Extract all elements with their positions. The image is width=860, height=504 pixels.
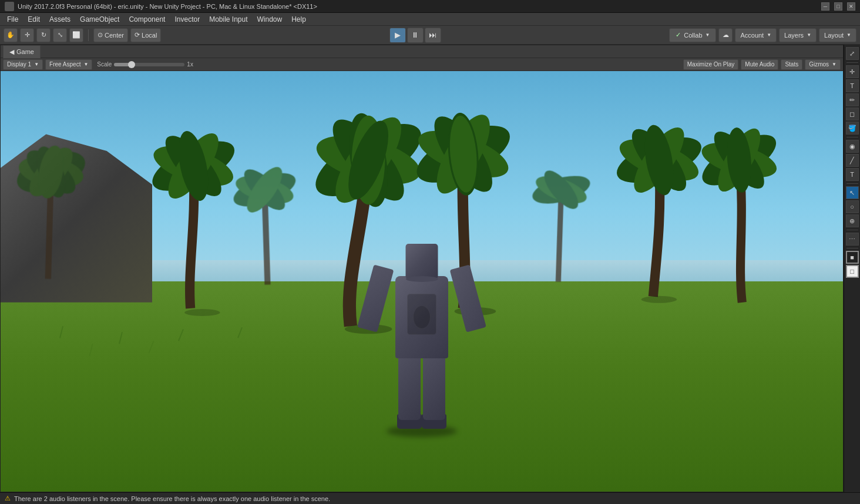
collab-chevron: ▼ (706, 32, 710, 38)
menu-gameobject[interactable]: GameObject (75, 14, 124, 25)
menu-file[interactable]: File (2, 14, 23, 25)
aspect-dropdown[interactable]: Free Aspect ▼ (45, 59, 92, 70)
type2-tool-button[interactable]: T (846, 168, 859, 181)
check-icon: ✓ (676, 31, 681, 39)
cloud-icon: ☁ (723, 31, 729, 39)
title-bar: Unity 2017.2.0f3 Personal (64bit) - eric… (0, 0, 860, 13)
toolbar: ✋ ✛ ↻ ⤡ ⬜ ⊙ Center ⟳ Local ▶ ⏸ ⏭ ✓ Colla… (0, 26, 860, 45)
collab-button[interactable]: ✓ Collab ▼ (669, 28, 716, 42)
toolbar-separator-1 (88, 29, 89, 41)
menu-edit[interactable]: Edit (23, 14, 45, 25)
step-button[interactable]: ⏭ (425, 28, 441, 43)
local-label: Local (142, 32, 157, 39)
menu-invector[interactable]: Invector (170, 14, 204, 25)
mute-audio-label: Mute Audio (745, 61, 774, 68)
scale-tool-button[interactable]: ⤡ (53, 28, 67, 42)
move3d-tool-button[interactable]: ✛ (846, 65, 859, 78)
layers-dropdown[interactable]: Layers ▼ (779, 28, 817, 42)
menu-mobile-input[interactable]: Mobile Input (204, 14, 252, 25)
pause-button[interactable]: ⏸ (407, 28, 424, 43)
aspect-chevron: ▼ (83, 62, 88, 67)
scale-control: Scale 1x (97, 61, 193, 68)
menu-component[interactable]: Component (124, 14, 170, 25)
backpack-circle (413, 305, 431, 329)
resize-tool-button[interactable]: ⤢ (846, 47, 859, 60)
character-leg-left (398, 355, 421, 420)
stats-button[interactable]: Stats (781, 59, 802, 70)
character-head (406, 244, 438, 279)
center-icon: ⊙ (98, 31, 103, 39)
cloud-button[interactable]: ☁ (718, 28, 733, 42)
display-dropdown[interactable]: Display 1 ▼ (3, 59, 43, 70)
display-chevron: ▼ (34, 62, 39, 67)
gizmos-chevron: ▼ (832, 62, 837, 67)
toolbar-right: ✓ Collab ▼ ☁ Account ▼ Layers ▼ Layout ▼ (669, 28, 856, 42)
collab-label: Collab (684, 32, 702, 39)
unity-logo (5, 2, 14, 11)
center-label: Center (105, 32, 124, 39)
fg-color-button[interactable]: ■ (846, 251, 859, 264)
search-zoom-button[interactable]: ⊕ (846, 214, 859, 227)
move-tool-button[interactable]: ✛ (20, 28, 34, 42)
menu-assets[interactable]: Assets (45, 14, 75, 25)
game-tab[interactable]: ◀ Game (3, 45, 41, 58)
mute-audio-button[interactable]: Mute Audio (741, 59, 778, 70)
right-panel-sep-2 (846, 137, 858, 137)
burn-tool-button[interactable]: ◉ (846, 140, 859, 153)
warning-icon: ⚠ (5, 495, 11, 502)
bg-color-button[interactable]: □ (846, 265, 859, 278)
right-panel-sep-1 (846, 62, 858, 63)
status-bar: ⚠ There are 2 audio listeners in the sce… (0, 492, 860, 504)
game-view: ◀ Game Display 1 ▼ Free Aspect ▼ Scale 1… (0, 45, 844, 492)
maximize-button[interactable]: □ (834, 2, 842, 11)
window-controls: ─ □ ✕ (821, 2, 855, 11)
pivot-local-button[interactable]: ⟳ Local (130, 28, 161, 42)
stamp-tool-button[interactable]: ◻ (846, 107, 859, 120)
menu-bar: File Edit Assets GameObject Component In… (0, 13, 860, 26)
menu-window[interactable]: Window (253, 14, 287, 25)
line-tool-button[interactable]: ╱ (846, 154, 859, 167)
layout-dropdown[interactable]: Layout ▼ (819, 28, 856, 42)
layers-chevron: ▼ (807, 32, 811, 38)
game-tab-icon: ◀ (9, 48, 14, 56)
hand-tool-button[interactable]: ✋ (4, 28, 18, 42)
maximize-on-play-label: Maximize On Play (687, 61, 735, 68)
game-tab-bar: ◀ Game (1, 45, 843, 58)
type-tool-button[interactable]: T (846, 79, 859, 92)
account-dropdown[interactable]: Account ▼ (735, 28, 777, 42)
game-canvas (1, 71, 843, 492)
more-options-button[interactable]: ⋯ (846, 233, 859, 246)
right-panel-sep-5 (846, 248, 858, 248)
rotate-tool-button[interactable]: ↻ (36, 28, 51, 42)
aspect-label: Free Aspect (49, 61, 80, 68)
character-collar (406, 276, 438, 282)
game-toolbar-right: Maximize On Play Mute Audio Stats Gizmos… (683, 59, 841, 70)
right-panel-sep-4 (846, 230, 858, 230)
scale-label: Scale (97, 61, 112, 68)
scale-handle[interactable] (128, 61, 135, 68)
scale-value: 1x (187, 61, 193, 68)
minimize-button[interactable]: ─ (821, 2, 829, 11)
status-message: There are 2 audio listeners in the scene… (14, 495, 330, 502)
rect-tool-button[interactable]: ⬜ (69, 28, 83, 42)
display-label: Display 1 (7, 61, 31, 68)
layout-label: Layout (824, 32, 844, 39)
scale-slider[interactable] (114, 63, 184, 66)
character (363, 206, 481, 429)
game-toolbar: Display 1 ▼ Free Aspect ▼ Scale 1x Maxim… (1, 58, 843, 71)
close-button[interactable]: ✕ (847, 2, 855, 11)
play-button[interactable]: ▶ (389, 28, 406, 43)
paint-bucket-button[interactable]: 🪣 (846, 122, 859, 135)
pivot-center-button[interactable]: ⊙ Center (93, 28, 128, 42)
layout-chevron: ▼ (846, 32, 851, 38)
main-area: ◀ Game Display 1 ▼ Free Aspect ▼ Scale 1… (0, 45, 860, 492)
gizmos-button[interactable]: Gizmos ▼ (805, 59, 841, 70)
brush-tool-button[interactable]: ✏ (846, 93, 859, 106)
select-arrow-button[interactable]: ↖ (846, 186, 859, 199)
gizmos-label: Gizmos (809, 61, 829, 68)
lasso-tool-button[interactable]: ○ (846, 200, 859, 213)
maximize-on-play-button[interactable]: Maximize On Play (683, 59, 739, 70)
menu-help[interactable]: Help (287, 14, 311, 25)
title-text: Unity 2017.2.0f3 Personal (64bit) - eric… (18, 3, 821, 10)
game-tab-label: Game (16, 48, 34, 55)
